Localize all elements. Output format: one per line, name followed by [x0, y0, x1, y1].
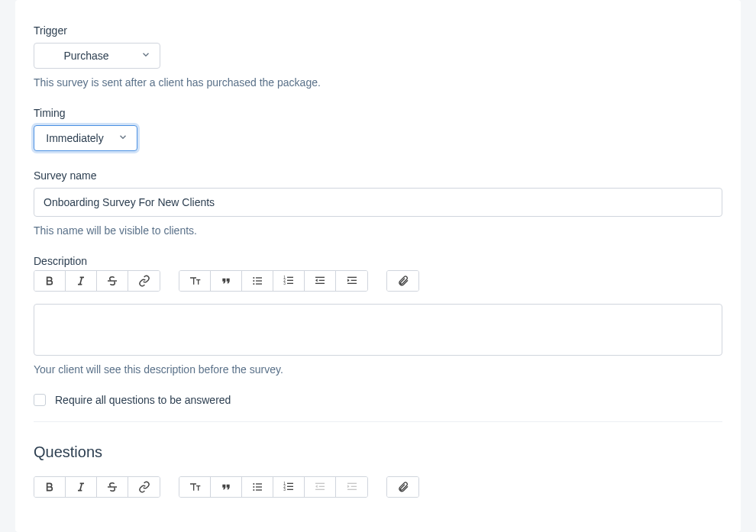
italic-button[interactable]: [66, 271, 97, 291]
indent-icon: [346, 481, 358, 493]
italic-icon: [75, 275, 87, 287]
quote-button[interactable]: [211, 477, 242, 497]
bold-button[interactable]: [34, 477, 66, 497]
ul-button[interactable]: [242, 477, 273, 497]
trigger-select[interactable]: Purchase: [34, 43, 160, 69]
description-editor[interactable]: [34, 304, 722, 356]
timing-field: Timing Immediately: [34, 107, 722, 151]
survey-name-input[interactable]: [34, 188, 722, 217]
svg-point-5: [253, 280, 254, 282]
timing-select[interactable]: Immediately: [34, 125, 137, 151]
description-helper: Your client will see this description be…: [34, 363, 722, 376]
numbered-list-icon: 123: [283, 275, 295, 287]
paperclip-icon: [397, 481, 409, 493]
svg-rect-41: [319, 486, 325, 487]
outdent-button[interactable]: [305, 271, 336, 291]
svg-marker-19: [315, 279, 318, 282]
toolbar-group-block: 123: [179, 476, 368, 498]
section-divider: [34, 421, 722, 422]
survey-name-field: Survey name This name will be visible to…: [34, 169, 722, 237]
svg-marker-47: [347, 485, 350, 488]
ol-button[interactable]: 123: [273, 477, 305, 497]
bold-button[interactable]: [34, 271, 66, 291]
paperclip-icon: [397, 275, 409, 287]
strikethrough-icon: [106, 275, 118, 287]
strike-button[interactable]: [97, 271, 128, 291]
link-icon: [138, 275, 150, 287]
indent-icon: [346, 275, 358, 287]
require-all-checkbox[interactable]: [34, 394, 46, 406]
indent-button[interactable]: [336, 271, 367, 291]
require-all-row: Require all questions to be answered: [34, 394, 722, 406]
link-button[interactable]: [128, 477, 160, 497]
svg-point-6: [253, 283, 254, 285]
svg-rect-46: [347, 489, 357, 490]
survey-name-helper: This name will be visible to clients.: [34, 224, 722, 237]
svg-point-30: [253, 489, 254, 491]
toolbar-group-format: [34, 270, 160, 292]
attach-button[interactable]: [387, 271, 418, 291]
toolbar-group-format: [34, 476, 160, 498]
svg-rect-21: [351, 280, 356, 281]
svg-rect-37: [287, 483, 293, 484]
toolbar-group-block: 123: [179, 270, 368, 292]
bullet-list-icon: [251, 275, 263, 287]
description-field: Description: [34, 255, 722, 376]
indent-button[interactable]: [336, 477, 367, 497]
trigger-label: Trigger: [34, 24, 722, 37]
svg-rect-14: [287, 280, 293, 281]
svg-line-26: [80, 483, 82, 490]
ol-button[interactable]: 123: [273, 271, 305, 291]
svg-rect-31: [256, 483, 262, 484]
trigger-select-value: Purchase: [63, 50, 108, 62]
svg-rect-42: [315, 489, 325, 490]
italic-icon: [75, 481, 87, 493]
svg-rect-8: [256, 280, 262, 281]
textsize-button[interactable]: [179, 271, 211, 291]
svg-rect-40: [315, 483, 325, 484]
svg-rect-17: [319, 280, 325, 281]
require-all-label: Require all questions to be answered: [55, 394, 231, 406]
svg-rect-7: [256, 277, 262, 278]
svg-rect-45: [351, 486, 356, 487]
strike-button[interactable]: [97, 477, 128, 497]
toolbar-group-attach: [386, 270, 419, 292]
outdent-icon: [314, 481, 326, 493]
svg-text:3: 3: [283, 282, 286, 285]
attach-button[interactable]: [387, 477, 418, 497]
svg-line-2: [80, 277, 82, 284]
description-toolbar: 123: [34, 270, 722, 292]
svg-rect-15: [287, 283, 293, 284]
outdent-icon: [314, 275, 326, 287]
form-card: Trigger Purchase This survey is sent aft…: [15, 0, 741, 532]
text-size-icon: [189, 481, 201, 493]
italic-button[interactable]: [66, 477, 97, 497]
description-label: Description: [34, 255, 722, 267]
numbered-list-icon: 123: [283, 481, 295, 493]
questions-title: Questions: [34, 443, 722, 461]
link-icon: [138, 481, 150, 493]
svg-rect-33: [256, 489, 262, 490]
quote-icon: [220, 275, 232, 287]
link-button[interactable]: [128, 271, 160, 291]
svg-rect-22: [347, 283, 357, 284]
svg-point-28: [253, 483, 254, 485]
timing-select-wrap: Immediately: [34, 125, 137, 151]
svg-rect-9: [256, 283, 262, 284]
textsize-button[interactable]: [179, 477, 211, 497]
outdent-button[interactable]: [305, 477, 336, 497]
bold-icon: [44, 481, 56, 493]
bold-icon: [44, 275, 56, 287]
svg-rect-39: [287, 489, 293, 490]
bullet-list-icon: [251, 481, 263, 493]
svg-text:3: 3: [283, 488, 286, 492]
svg-rect-16: [315, 277, 325, 278]
quote-button[interactable]: [211, 271, 242, 291]
trigger-select-wrap: Purchase: [34, 43, 160, 69]
questions-toolbar: 123: [34, 476, 722, 498]
quote-icon: [220, 481, 232, 493]
svg-rect-32: [256, 486, 262, 487]
svg-rect-20: [347, 277, 357, 278]
text-size-icon: [189, 275, 201, 287]
ul-button[interactable]: [242, 271, 273, 291]
